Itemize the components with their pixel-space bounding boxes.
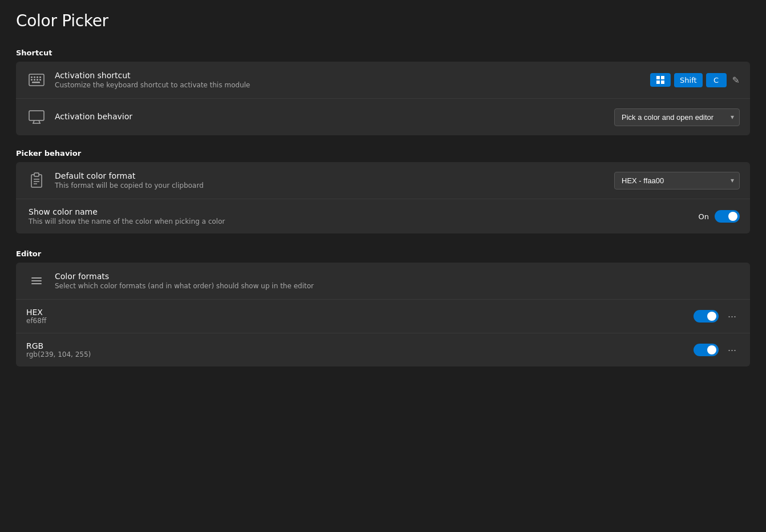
activation-behavior-row: Activation behavior Pick a color and ope… xyxy=(16,99,750,135)
shortcut-section: Shortcut Activation shortcut xyxy=(16,49,750,135)
hex-format-name: HEX xyxy=(26,308,694,317)
list-icon xyxy=(26,271,47,291)
activation-behavior-text: Activation behavior xyxy=(55,112,614,122)
show-color-name-row: Show color name This will show the name … xyxy=(16,199,750,233)
activation-shortcut-title: Activation shortcut xyxy=(55,71,650,80)
color-formats-subtitle: Select which color formats (and in what … xyxy=(55,282,740,290)
show-color-name-action: On xyxy=(699,210,740,223)
hex-format-actions: ··· xyxy=(694,309,740,324)
rgb-format-name: RGB xyxy=(26,341,694,350)
svg-rect-4 xyxy=(39,76,41,78)
default-color-format-title: Default color format xyxy=(55,171,614,180)
show-color-name-toggle-wrapper: On xyxy=(699,210,740,223)
rgb-format-row: RGB rgb(239, 104, 255) ··· xyxy=(16,333,750,366)
svg-rect-15 xyxy=(34,173,39,176)
svg-rect-5 xyxy=(31,79,33,81)
default-color-format-text: Default color format This format will be… xyxy=(55,171,614,190)
c-key-button[interactable]: C xyxy=(706,73,727,87)
hex-format-row: HEX ef68ff ··· xyxy=(16,300,750,333)
win-key-button[interactable] xyxy=(650,73,671,87)
color-formats-text: Color formats Select which color formats… xyxy=(55,272,740,290)
activation-behavior-title: Activation behavior xyxy=(55,112,614,121)
shortcut-card: Activation shortcut Customize the keyboa… xyxy=(16,62,750,135)
rgb-format-info: RGB rgb(239, 104, 255) xyxy=(26,341,694,358)
svg-rect-3 xyxy=(37,76,38,78)
svg-rect-7 xyxy=(37,79,38,81)
default-color-format-subtitle: This format will be copied to your clipb… xyxy=(55,182,614,190)
show-color-name-toggle[interactable] xyxy=(715,210,740,223)
rgb-toggle-slider xyxy=(694,344,719,356)
shortcut-keys-action: Shift C ✎ xyxy=(650,73,740,87)
hex-toggle-slider xyxy=(694,310,719,323)
svg-rect-2 xyxy=(34,76,35,78)
toggle-on-label: On xyxy=(699,212,709,221)
picker-behavior-label: Picker behavior xyxy=(16,149,750,158)
hex-format-info: HEX ef68ff xyxy=(26,308,694,325)
default-color-format-dropdown[interactable]: HEX - ffaa00 RGB HSL HSV CMYK xyxy=(614,172,740,190)
activation-behavior-dropdown-wrapper: Pick a color and open editor Only pick a… xyxy=(614,108,740,126)
rgb-more-button[interactable]: ··· xyxy=(724,343,740,357)
activation-shortcut-text: Activation shortcut Customize the keyboa… xyxy=(55,71,650,89)
svg-rect-1 xyxy=(31,76,33,78)
clipboard-icon xyxy=(26,170,47,191)
rgb-format-actions: ··· xyxy=(694,343,740,357)
toggle-slider xyxy=(715,210,740,223)
svg-rect-6 xyxy=(34,79,35,81)
monitor-icon xyxy=(26,107,47,127)
activation-shortcut-row: Activation shortcut Customize the keyboa… xyxy=(16,62,750,99)
default-color-format-row: Default color format This format will be… xyxy=(16,162,750,199)
editor-section: Editor Color formats Select which color … xyxy=(16,249,750,366)
default-color-format-action: HEX - ffaa00 RGB HSL HSV CMYK xyxy=(614,172,740,190)
hex-format-toggle[interactable] xyxy=(694,310,719,323)
svg-rect-10 xyxy=(29,111,44,120)
shortcut-section-label: Shortcut xyxy=(16,49,750,57)
activation-shortcut-subtitle: Customize the keyboard shortcut to activ… xyxy=(55,81,650,89)
activation-behavior-action: Pick a color and open editor Only pick a… xyxy=(614,108,740,126)
hex-more-button[interactable]: ··· xyxy=(724,309,740,324)
editor-card: Color formats Select which color formats… xyxy=(16,263,750,366)
hex-format-value: ef68ff xyxy=(26,317,694,325)
show-color-name-subtitle: This will show the name of the color whe… xyxy=(29,217,699,225)
edit-shortcut-button[interactable]: ✎ xyxy=(732,75,740,86)
picker-behavior-section: Picker behavior Default color format Thi… xyxy=(16,149,750,233)
shift-key-button[interactable]: Shift xyxy=(674,73,703,87)
color-formats-title: Color formats xyxy=(55,272,740,281)
rgb-format-value: rgb(239, 104, 255) xyxy=(26,350,694,358)
page-title: Color Picker xyxy=(16,11,750,30)
show-color-name-title: Show color name xyxy=(29,207,699,216)
svg-rect-8 xyxy=(39,79,41,81)
svg-rect-9 xyxy=(32,82,40,83)
picker-behavior-card: Default color format This format will be… xyxy=(16,162,750,233)
windows-icon xyxy=(656,76,664,84)
rgb-format-toggle[interactable] xyxy=(694,344,719,356)
keyboard-icon xyxy=(26,70,47,90)
activation-behavior-dropdown[interactable]: Pick a color and open editor Only pick a… xyxy=(614,108,740,126)
editor-section-label: Editor xyxy=(16,249,750,258)
default-color-format-dropdown-wrapper: HEX - ffaa00 RGB HSL HSV CMYK xyxy=(614,172,740,190)
color-formats-row: Color formats Select which color formats… xyxy=(16,263,750,300)
show-color-name-text: Show color name This will show the name … xyxy=(26,207,699,225)
